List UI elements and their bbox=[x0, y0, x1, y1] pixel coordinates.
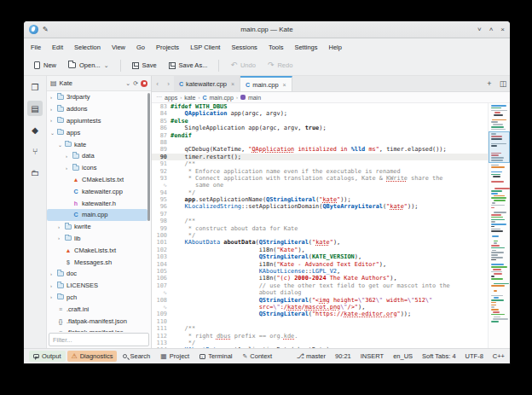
minimap[interactable] bbox=[488, 103, 510, 348]
menu-go[interactable]: Go bbox=[136, 44, 145, 51]
code-line-84[interactable]: 84 QApplication app(argc, argv); bbox=[152, 110, 488, 117]
new-tab-button[interactable]: + bbox=[483, 76, 496, 91]
code-line-103[interactable]: 103 QStringLiteral(KATE_VERSION), bbox=[152, 253, 488, 260]
symbols-icon[interactable]: ⑂ bbox=[27, 143, 43, 159]
code-line-98[interactable]: 98 /** bbox=[152, 218, 488, 224]
statusbar-project-button[interactable]: ▦Project bbox=[156, 351, 194, 362]
project-stop-icon[interactable] bbox=[141, 80, 147, 87]
code-line-110[interactable]: 110 bbox=[152, 318, 488, 325]
expander-icon[interactable]: › bbox=[50, 271, 56, 276]
menu-help[interactable]: Help bbox=[329, 44, 342, 51]
code-line-90[interactable]: 90 timer.restart(); bbox=[152, 154, 488, 160]
expander-icon[interactable]: › bbox=[50, 107, 56, 112]
code-line-114[interactable]: 114 KAboutData::setApplicationData(about… bbox=[152, 346, 488, 348]
menu-file[interactable]: File bbox=[31, 44, 41, 51]
open-dropdown-chevron-icon[interactable]: ⌄ bbox=[104, 62, 109, 69]
tree-item-cmakelists.txt[interactable]: ▲CMakeLists.txt bbox=[47, 174, 147, 186]
new-button[interactable]: New bbox=[31, 59, 60, 72]
tree-item-pch[interactable]: ›pch bbox=[47, 292, 147, 304]
code-line-105[interactable]: 105 KAboutLicense::LGPL_V2, bbox=[152, 268, 488, 275]
status-utf-8[interactable]: UTF-8 bbox=[466, 352, 483, 360]
tree-item-addons[interactable]: ›addons bbox=[47, 103, 147, 115]
menu-view[interactable]: View bbox=[112, 44, 125, 51]
tab-forward-button[interactable]: › bbox=[163, 76, 174, 91]
code-line-112[interactable]: 112 * right dbus prefix == org.kde. bbox=[152, 333, 488, 340]
code-line-85[interactable]: 85#else bbox=[152, 118, 488, 125]
code-line-92[interactable]: 92 * Enforce application name even if th… bbox=[152, 168, 488, 175]
menu-edit[interactable]: Edit bbox=[52, 44, 63, 51]
code-line-86[interactable]: 86 SingleApplication app(argc, argv, tru… bbox=[152, 125, 488, 131]
statusbar-context-button[interactable]: ✎Context bbox=[238, 351, 276, 362]
tree-item-katewaiter.h[interactable]: hkatewaiter.h bbox=[47, 197, 147, 209]
expander-icon[interactable]: › bbox=[50, 95, 56, 100]
project-refresh-icon[interactable]: ⟳ bbox=[133, 80, 138, 87]
tree-item-katewaiter.cpp[interactable]: Ckatewaiter.cpp bbox=[47, 185, 147, 197]
expander-icon[interactable]: › bbox=[50, 294, 56, 299]
code-line-~[interactable]: ∿ about dialog bbox=[152, 289, 488, 296]
code-line-96[interactable]: 96 KLocalizedString::setApplicationDomai… bbox=[152, 203, 488, 210]
breadcrumb-overflow-icon[interactable]: ⋯ bbox=[156, 94, 162, 101]
expander-icon[interactable]: › bbox=[58, 224, 64, 229]
tree-item-cmakelists.txt[interactable]: ▲CMakeLists.txt bbox=[47, 244, 147, 256]
redo-button[interactable]: ↷ Redo bbox=[264, 59, 296, 72]
minimize-button[interactable]: ˅ bbox=[477, 26, 482, 33]
tree-item-.flatpak-manifest.json[interactable]: {}.flatpak-manifest.json bbox=[47, 315, 147, 327]
tree-item-apps[interactable]: ⌄apps bbox=[47, 126, 147, 138]
status-insert[interactable]: INSERT bbox=[361, 352, 384, 360]
tree-item-appiumtests[interactable]: ›appiumtests bbox=[47, 115, 147, 127]
code-line-~[interactable]: ∿ same one bbox=[152, 182, 488, 189]
status-90-21[interactable]: 90:21 bbox=[335, 352, 351, 360]
code-line-113[interactable]: 113 */ bbox=[152, 340, 488, 346]
code-editor[interactable]: 83#ifdef WITH_DBUS84 QApplication app(ar… bbox=[152, 103, 488, 348]
filesystem-icon[interactable]: 🗀 bbox=[27, 165, 43, 180]
tab-katewaiter.cpp[interactable]: Ckatewaiter.cpp× bbox=[174, 76, 240, 91]
expander-icon[interactable]: › bbox=[58, 235, 64, 241]
status-en-us[interactable]: en_US bbox=[393, 352, 413, 360]
documents-icon[interactable]: ❐ bbox=[27, 79, 43, 95]
expander-icon[interactable]: › bbox=[66, 166, 72, 171]
git-icon[interactable]: ◆ bbox=[27, 122, 43, 137]
status-master[interactable]: ⎇ master bbox=[297, 352, 326, 360]
code-line-93[interactable]: 93 * Connect application with translatio… bbox=[152, 175, 488, 182]
code-line-88[interactable]: 88 bbox=[152, 139, 488, 146]
expander-icon[interactable]: › bbox=[50, 118, 56, 123]
tree-item-3rdparty[interactable]: ›3rdparty bbox=[47, 91, 147, 103]
code-line-95[interactable]: 95 app.setApplicationName(QStringLiteral… bbox=[152, 196, 488, 203]
status-c-[interactable]: C++ bbox=[493, 352, 505, 360]
expander-icon[interactable]: ⌄ bbox=[50, 130, 56, 136]
tree-item-icons[interactable]: ›icons bbox=[47, 162, 147, 174]
breadcrumb-main.cpp[interactable]: main.cpp bbox=[209, 95, 233, 101]
project-icon[interactable]: ▤ bbox=[27, 101, 43, 116]
tree-item-lib[interactable]: ›lib bbox=[47, 233, 147, 245]
tree-item-licenses[interactable]: ›LICENSES bbox=[47, 280, 147, 292]
code-line-108[interactable]: 108 QStringLiteral("<img height=\"362\" … bbox=[152, 297, 488, 304]
project-name[interactable]: Kate bbox=[60, 79, 72, 87]
save-button[interactable]: Save bbox=[129, 59, 160, 72]
tree-item-kwrite[interactable]: ›kwrite bbox=[47, 221, 147, 233]
tree-item-doc[interactable]: ›doc bbox=[47, 268, 147, 280]
expander-icon[interactable]: ⌄ bbox=[58, 142, 64, 148]
code-line-94[interactable]: 94 */ bbox=[152, 189, 488, 196]
code-line-99[interactable]: 99 * construct about data for Kate bbox=[152, 225, 488, 232]
code-line-83[interactable]: 83#ifdef WITH_DBUS bbox=[152, 103, 488, 110]
tree-item-kate[interactable]: ⌄kate bbox=[47, 138, 147, 150]
menu-selection[interactable]: Selection bbox=[74, 44, 101, 51]
code-line-~[interactable]: ∿ src=\":/kate/mascot.png\"/>"), bbox=[152, 304, 488, 311]
statusbar-search-button[interactable]: Search bbox=[119, 351, 154, 362]
code-line-104[interactable]: 104 i18n("Kate - Advanced Text Editor"), bbox=[152, 261, 488, 268]
tree-scrollbar[interactable] bbox=[147, 93, 150, 221]
code-line-87[interactable]: 87#endif bbox=[152, 132, 488, 139]
breadcrumb-main[interactable]: main bbox=[248, 95, 261, 101]
tree-item-messages.sh[interactable]: $Messages.sh bbox=[47, 256, 147, 268]
filter-input[interactable]: Filter... bbox=[49, 333, 149, 346]
statusbar-diagnostics-button[interactable]: ⚠Diagnostics bbox=[67, 351, 118, 362]
save-as-button[interactable]: Save As... bbox=[165, 59, 211, 72]
code-line-97[interactable]: 97 bbox=[152, 211, 488, 218]
maximize-button[interactable]: ˄ bbox=[489, 26, 494, 33]
code-line-102[interactable]: 102 i18n("Kate"), bbox=[152, 247, 488, 253]
breadcrumb-apps[interactable]: apps bbox=[165, 95, 177, 101]
menu-lsp-client[interactable]: LSP Client bbox=[190, 44, 220, 51]
code-line-89[interactable]: 89 qCDebug(KateTime, "QApplication initi… bbox=[152, 146, 488, 153]
statusbar-output-button[interactable]: Output bbox=[29, 351, 66, 362]
tab-main.cpp[interactable]: Cmain.cpp× bbox=[240, 76, 292, 91]
